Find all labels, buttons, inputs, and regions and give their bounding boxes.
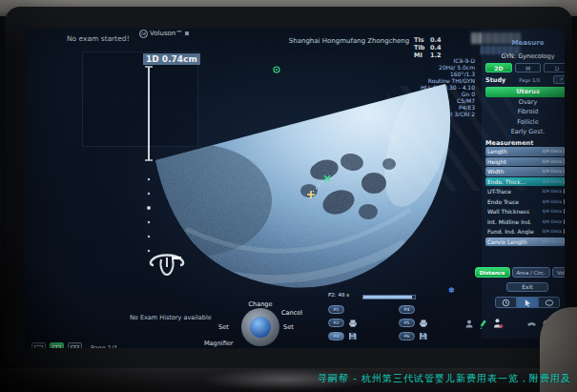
checkbox[interactable] <box>564 229 565 234</box>
layout-dual-icon[interactable] <box>50 342 64 348</box>
page-indicator: Page 1/1 <box>91 344 117 348</box>
measurement-row-ut-trace[interactable]: UT-Trace0/9 Dista <box>485 187 565 196</box>
cursor-mode-toggle <box>495 297 560 308</box>
checkbox[interactable] <box>564 179 565 184</box>
patient-icon[interactable] <box>493 319 504 329</box>
measurement-header: Measurement <box>485 139 533 147</box>
layout-format-buttons <box>31 342 82 348</box>
edit-pencil-icon[interactable] <box>479 320 487 329</box>
ultrasound-screen: No exam started! GEVoluson™ Shanghai Hon… <box>25 29 565 348</box>
ge-green-marker <box>274 67 279 72</box>
checkbox[interactable] <box>564 149 565 154</box>
checkbox[interactable] <box>564 199 565 204</box>
save-disk-icon <box>348 332 357 340</box>
photo-of-ultrasound-monitor: No exam started! GEVoluson™ Shanghai Hon… <box>0 0 577 392</box>
trackball-set-right-label: Set <box>283 323 294 331</box>
ti-value: 0.4 <box>430 44 442 52</box>
trackball-cancel-label: Cancel <box>281 309 302 317</box>
brand-mark-icon <box>185 31 189 35</box>
checkbox[interactable] <box>564 219 565 224</box>
printer-icon <box>419 320 428 327</box>
checkbox[interactable] <box>564 169 565 174</box>
watermark-caption: 寻嗣帮 - 杭州第三代试管婴儿新费用表一览，附费用及 <box>318 372 571 385</box>
study-list: Uterus Ovary Fibroid Follicle Early Gest… <box>485 87 565 137</box>
ellipse-toggle[interactable] <box>538 297 560 308</box>
trackball-ball[interactable] <box>250 317 271 338</box>
measurement-row-width[interactable]: Width0/9 Dista <box>485 167 565 176</box>
clock-icon <box>502 299 510 307</box>
ti-label: TIs <box>414 36 430 44</box>
checkbox[interactable] <box>564 189 565 194</box>
measurement-list: Length0/9 Dista Height0/9 Dista Width0/9… <box>485 147 565 246</box>
ellipse-icon <box>545 299 554 307</box>
trackball-magnifier-label: Magnifier <box>204 340 233 347</box>
measurement-row-length[interactable]: Length0/9 Dista <box>485 147 565 156</box>
settings-gear-icon[interactable]: ✽ <box>448 286 455 295</box>
user-icon[interactable] <box>465 320 473 328</box>
trackball-change-label: Change <box>237 300 284 308</box>
p6-button[interactable]: P6 <box>399 332 415 340</box>
study-label: Study <box>485 76 505 84</box>
mode-d-button[interactable]: D <box>544 63 565 72</box>
measurement-row-cervix-length[interactable]: Cervix Length0/9 Dista <box>485 237 565 247</box>
study-page-indicator: Page 1/3 <box>505 77 553 83</box>
trackball-mode-label: Calc|Cine <box>231 347 298 348</box>
area-circ-tool-button[interactable]: Area / Circ. <box>512 267 550 278</box>
p2-button[interactable]: P2 <box>328 319 344 327</box>
measurement-row-endo-trace[interactable]: Endo Trace0/9 Dista <box>485 197 565 207</box>
layout-single-icon[interactable] <box>31 342 46 348</box>
trackball-set-left-label: Set <box>218 323 229 331</box>
measurement-row-height[interactable]: Height0/9 Dista <box>485 157 565 167</box>
checkbox[interactable] <box>564 209 565 214</box>
exam-category: GYN: Gynecology <box>482 52 565 60</box>
study-next-page-button[interactable]: › <box>553 75 565 84</box>
p4-button[interactable]: P4 <box>399 305 415 314</box>
measurement-row-endo-thickness[interactable]: Endo. Thick...0/9 Dista <box>485 177 565 187</box>
clip-timer: P2: 48 s <box>328 292 349 298</box>
study-row: Study Page 1/3 › <box>485 75 565 84</box>
distance-tool-button[interactable]: Distance <box>475 267 510 278</box>
mode-m-button[interactable]: M <box>515 63 542 72</box>
study-item-follicle[interactable]: Follicle <box>485 117 565 128</box>
checkbox[interactable] <box>564 239 565 244</box>
pointer-toggle[interactable] <box>517 297 539 308</box>
study-item-fibroid[interactable]: Fibroid <box>485 107 565 117</box>
mode-buttons: 2D M D <box>485 63 565 72</box>
mode-2d-button[interactable]: 2D <box>485 63 512 72</box>
exit-button[interactable]: Exit <box>506 282 548 292</box>
p5-button[interactable]: P5 <box>399 319 415 327</box>
ti-label: TIb <box>414 44 430 52</box>
p1-button[interactable]: P1 <box>328 305 344 314</box>
exam-status-text: No exam started! <box>67 34 130 43</box>
brand-name: Voluson™ <box>150 30 182 37</box>
depth-ruler <box>145 67 153 252</box>
panel-title: Measure <box>482 39 565 47</box>
measurement-row-int-midline[interactable]: Int. Midline Ind.0/9 Dista <box>485 217 565 227</box>
study-item-ovary[interactable]: Ovary <box>485 97 565 108</box>
clip-progress-fill <box>363 296 412 299</box>
history-clock-toggle[interactable] <box>495 297 517 308</box>
exam-history-status: No Exam History available <box>130 314 212 321</box>
cursor-icon <box>524 299 532 307</box>
voluson-logo: GEVoluson™ <box>139 30 206 38</box>
ge-monogram-icon: GE <box>139 30 148 38</box>
clip-progress-bar <box>362 295 416 299</box>
volume-tool-button[interactable]: Volume <box>552 267 565 278</box>
measurement-row-fund-angle[interactable]: Fund. Ind. Angle0/9 Dista <box>485 227 565 237</box>
save-disk-icon <box>419 332 427 340</box>
measure-panel: Measure GYN: Gynecology 2D M D Study Pag… <box>482 29 565 339</box>
measurement-row-wall-thickness[interactable]: Wall Thickness0/9 Dista <box>485 207 565 217</box>
exposure-indices: TIs0.4 TIb0.4 MI1.2 <box>414 36 442 59</box>
uterus-body-marker <box>147 252 187 282</box>
printer-icon <box>348 320 358 327</box>
layout-quad-icon[interactable] <box>68 342 82 348</box>
phone-icon[interactable] <box>526 320 537 328</box>
study-item-early-gest[interactable]: Early Gest. <box>485 127 565 137</box>
p3-button[interactable]: P3 <box>328 332 344 340</box>
tool-buttons: Distance Area / Circ. Volume <box>484 267 565 278</box>
probe-position-marker <box>172 257 181 259</box>
ti-value: 0.4 <box>430 36 442 44</box>
checkbox[interactable] <box>564 159 565 164</box>
study-item-uterus[interactable]: Uterus <box>485 87 565 97</box>
